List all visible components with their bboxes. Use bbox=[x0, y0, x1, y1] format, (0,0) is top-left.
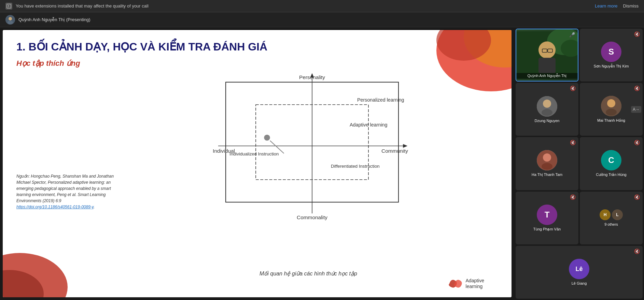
mute-icon-tung: 🔇 bbox=[570, 194, 576, 200]
participant-avatar-tung: T bbox=[537, 205, 557, 225]
svg-point-38 bbox=[607, 99, 615, 107]
others-avatars: H L bbox=[600, 209, 623, 220]
mute-icon-ha: 🔇 bbox=[570, 140, 576, 145]
notification-actions: Learn more Dismiss bbox=[595, 3, 639, 9]
participant-name-cuong: Cường Trần Hùng bbox=[594, 172, 628, 177]
svg-text:Personalized learning: Personalized learning bbox=[357, 97, 404, 103]
svg-point-36 bbox=[542, 109, 552, 116]
svg-rect-30 bbox=[538, 58, 556, 73]
svg-point-23 bbox=[264, 135, 270, 141]
adaptive-logo-text: Adaptivelearning bbox=[466, 278, 484, 289]
svg-point-3 bbox=[8, 21, 13, 24]
participant-name-ha: Ha Thị Thanh Tam bbox=[530, 172, 564, 177]
others-avatar-l: L bbox=[612, 209, 623, 220]
svg-point-41 bbox=[543, 153, 551, 162]
mute-icon-others: 🔇 bbox=[634, 194, 640, 200]
diagram-container: Personality Commonality Individual Commu… bbox=[132, 71, 484, 221]
participant-tile-cuong: C Cường Trần Hùng 🔇 bbox=[580, 137, 643, 190]
mic-active-icon: 🎤 bbox=[569, 32, 575, 38]
participant-tile-son-nguyen: S Sơn Nguyễn Thị Kim 🔇 bbox=[580, 29, 643, 81]
svg-point-42 bbox=[542, 163, 552, 170]
mute-icon-mai: 🔇 bbox=[634, 86, 640, 91]
participants-panel: Quỳnh Anh Nguyễn Thị 🎤 S Sơn Nguyễn Thị … bbox=[514, 27, 644, 300]
mute-icon-dzung: 🔇 bbox=[570, 86, 576, 91]
mute-icon-le: 🔇 bbox=[634, 249, 640, 254]
participant-tile-mai: Mai Thanh Hồng 🔇 A→ bbox=[580, 83, 643, 136]
citation-link[interactable]: https://doi.org/10.1186/s40561-019-0089-… bbox=[16, 205, 94, 209]
participant-tile-quynh-anh: Quỳnh Anh Nguyễn Thị 🎤 bbox=[516, 29, 578, 81]
presenter-avatar bbox=[5, 15, 15, 25]
citation-area: Nguồn: Hongchao Peng, Shanshan Ma and Jo… bbox=[16, 173, 126, 210]
notification-text: You have extensions installed that may a… bbox=[16, 3, 149, 9]
others-avatar-h: H bbox=[600, 209, 611, 220]
participant-tile-ha: Ha Thị Thanh Tam 🔇 bbox=[516, 137, 578, 190]
extension-warning-icon bbox=[5, 3, 12, 10]
notification-bar: You have extensions installed that may a… bbox=[0, 0, 644, 12]
diagram-svg: Personality Commonality Individual Commu… bbox=[132, 71, 484, 221]
presenter-name: Quỳnh Anh Nguyễn Thị (Presenting) bbox=[18, 17, 90, 22]
citation-source: Nguồn: Hongchao Peng, Shanshan Ma and Jo… bbox=[16, 174, 114, 209]
svg-point-2 bbox=[9, 17, 12, 20]
presentation-slide: 1. BỐI CẢNH DẠY, HỌC VÀ KIỂM TRA ĐÁNH GI… bbox=[3, 30, 512, 297]
svg-text:Differentiated Instruction: Differentiated Instruction bbox=[331, 164, 380, 169]
translate-icon-mai[interactable]: A→ bbox=[631, 106, 641, 113]
video-feed-quynh-anh: Quỳnh Anh Nguyễn Thị bbox=[516, 29, 578, 81]
participant-tile-le-giang: Lê Lê Giang 🔇 bbox=[516, 246, 643, 299]
svg-text:Adaptive learning: Adaptive learning bbox=[350, 122, 388, 127]
participant-name-dzung: Dzung Nguyen bbox=[533, 119, 561, 123]
diagram-caption: Mối quan hệ giữa các hình thức học tập bbox=[132, 270, 484, 277]
mute-icon-son: 🔇 bbox=[634, 31, 640, 37]
presenter-name-overlay: Quỳnh Anh Nguyễn Thị bbox=[516, 73, 578, 79]
notification-left: You have extensions installed that may a… bbox=[5, 3, 149, 10]
participant-name-mai: Mai Thanh Hồng bbox=[596, 118, 627, 123]
adaptive-logo-icon bbox=[446, 277, 463, 290]
participant-avatar-son: S bbox=[601, 42, 621, 62]
participant-name-son: Sơn Nguyễn Thị Kim bbox=[592, 64, 630, 69]
participant-avatar-dzung bbox=[537, 96, 557, 117]
svg-point-39 bbox=[606, 109, 617, 116]
svg-text:Community: Community bbox=[381, 148, 408, 154]
participant-tile-others: H L 9 others 🔇 bbox=[580, 192, 643, 244]
participant-name-others: 9 others bbox=[603, 222, 619, 226]
mute-icon-cuong: 🔇 bbox=[634, 140, 640, 145]
participant-name-tung: Tùng Phạm Văn bbox=[532, 227, 562, 231]
deco-bottom-left bbox=[3, 236, 98, 297]
slide-subtitle: Học tập thích ứng bbox=[16, 59, 80, 68]
participant-tile-dzung: Dzung Nguyen 🔇 bbox=[516, 83, 578, 136]
main-area: 1. BỐI CẢNH DẠY, HỌC VÀ KIỂM TRA ĐÁNH GI… bbox=[0, 27, 644, 300]
svg-point-35 bbox=[543, 100, 551, 108]
svg-text:Commonality: Commonality bbox=[297, 214, 327, 220]
svg-text:Individualized Instruction: Individualized Instruction bbox=[229, 151, 279, 156]
slide-content: 1. BỐI CẢNH DẠY, HỌC VÀ KIỂM TRA ĐÁNH GI… bbox=[3, 30, 512, 297]
dismiss-button[interactable]: Dismiss bbox=[623, 3, 639, 9]
participant-avatar-cuong: C bbox=[601, 150, 621, 170]
participant-avatar-mai bbox=[601, 96, 621, 116]
participant-avatar-ha bbox=[537, 150, 557, 170]
svg-text:Personality: Personality bbox=[299, 74, 325, 80]
participant-name-le: Lê Giang bbox=[570, 281, 588, 285]
presenter-bar: Quỳnh Anh Nguyễn Thị (Presenting) bbox=[0, 12, 644, 27]
participant-avatar-le: Lê bbox=[569, 259, 589, 279]
learn-more-button[interactable]: Learn more bbox=[595, 3, 617, 9]
slide-title: 1. BỐI CẢNH DẠY, HỌC VÀ KIỂM TRA ĐÁNH GI… bbox=[16, 40, 267, 53]
participant-tile-tung: T Tùng Phạm Văn 🔇 bbox=[516, 192, 578, 244]
adaptive-learning-logo: Adaptivelearning bbox=[446, 277, 484, 290]
svg-marker-14 bbox=[403, 144, 407, 148]
